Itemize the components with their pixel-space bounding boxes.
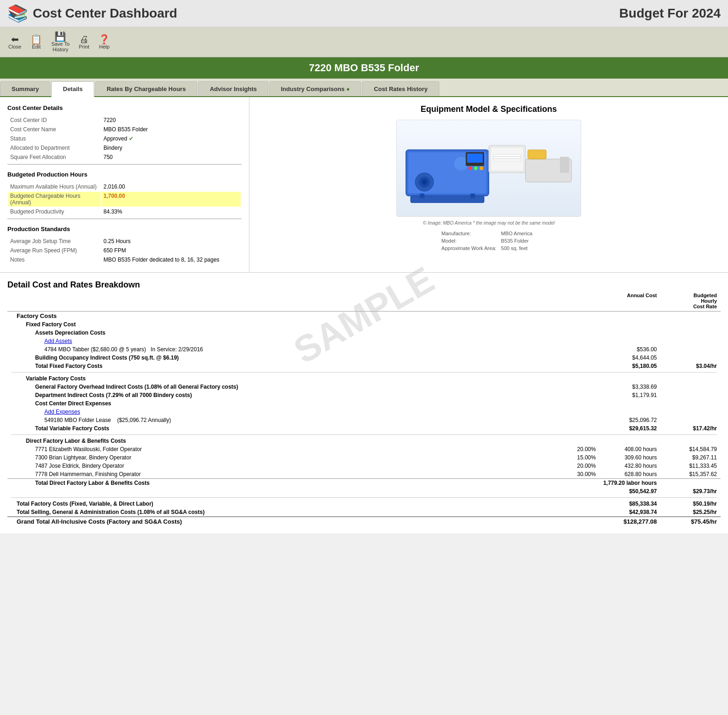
- total-fixed-hourly: $3.04/hr: [661, 362, 721, 370]
- label-cost-center-name: Cost Center Name: [8, 125, 101, 134]
- label-status: Status: [8, 134, 101, 143]
- employee-0-name: 7771 Elizabeth Wasilouski, Folder Operat…: [7, 445, 516, 453]
- value-department: Bindery: [102, 144, 241, 152]
- save-icon: 💾: [55, 32, 66, 41]
- tab-summary[interactable]: Summary: [0, 81, 50, 96]
- employee-2-hours: 432.80 hours: [600, 462, 661, 470]
- general-factory-overhead-label: General Factory Overhead Indirect Costs …: [7, 383, 516, 391]
- cost-main-title: Detail Cost and Rates Breakdown: [7, 280, 721, 290]
- total-sga-annual: $42,938.74: [600, 508, 661, 517]
- save-to-history-button[interactable]: 💾 Save ToHistory: [48, 30, 73, 54]
- total-factory-annual: $85,338.34: [600, 500, 661, 508]
- total-direct-labor-money-row: $50,542.97 $29.73/hr: [7, 487, 721, 495]
- mbo-tabber-row: 4784 MBO Tabber ($2,680.00 @ 5 years) In…: [7, 345, 721, 354]
- grand-total-spacer: [516, 517, 600, 526]
- tab-advisor[interactable]: Advisor Insights: [198, 81, 268, 96]
- value-status: Approved ✔: [102, 134, 241, 143]
- employee-row-2: 7487 Jose Eldrick, Bindery Operator 20.0…: [7, 462, 721, 470]
- total-factory-hourly: $50.19/hr: [661, 500, 721, 508]
- total-variable-spacer: [516, 424, 600, 433]
- total-variable-factory-row: Total Variable Factory Costs $29,615.32 …: [7, 424, 721, 433]
- employee-1-hours: 309.60 hours: [600, 453, 661, 462]
- value-cost-center-name: MBO B535 Folder: [102, 125, 241, 134]
- tab-history[interactable]: Cost Rates History: [362, 81, 439, 96]
- direct-labor-label: Direct Factory Labor & Benefits Costs: [7, 437, 721, 445]
- spec-value-area: 500 sq. feet: [501, 245, 536, 251]
- top-section: Cost Center Details Cost Center ID 7220 …: [0, 97, 728, 273]
- spec-row-manufacture: Manufacture: MBO America: [442, 230, 536, 237]
- employee-2-annual: $11,333.45: [661, 462, 721, 470]
- app-icon: 📚: [7, 4, 28, 23]
- budgeted-production-heading: Budgeted Production Hours: [7, 166, 242, 178]
- label-notes: Notes: [8, 256, 101, 264]
- right-panel: Equipment Model & Specifications: [249, 97, 728, 272]
- spec-label-model: Model:: [442, 238, 500, 244]
- row-max-hours: Maximum Available Hours (Annual) 2,016.0…: [8, 183, 241, 191]
- print-button[interactable]: 🖨 Print: [75, 33, 93, 51]
- employee-row-1: 7300 Brian Lightyear, Bindery Operator 1…: [7, 453, 721, 462]
- help-button[interactable]: ❓ Help: [95, 33, 114, 51]
- general-factory-spacer: [516, 383, 600, 391]
- row-budgeted-hours: Budgeted Chargeable Hours (Annual) 1,700…: [8, 192, 241, 207]
- total-variable-hourly: $17.42/hr: [661, 424, 721, 433]
- total-direct-labor-hours: 1,779.20 labor hours: [600, 479, 661, 488]
- svg-rect-18: [420, 194, 425, 198]
- spec-label-area: Approximate Work Area:: [442, 245, 500, 251]
- direct-labor-header-row: Direct Factory Labor & Benefits Costs: [7, 437, 721, 445]
- grand-total-row: Grand Total All-Inclusive Costs (Factory…: [7, 517, 721, 526]
- employee-row-0: 7771 Elizabeth Wasilouski, Folder Operat…: [7, 445, 721, 453]
- add-assets-row: Add Assets: [7, 337, 721, 345]
- spec-label-manufacture: Manufacture:: [442, 230, 500, 237]
- total-sga-label: Total Selling, General & Administration …: [7, 508, 516, 517]
- detail-row-status: Status Approved ✔: [8, 134, 241, 143]
- close-button[interactable]: ⬅ Close: [5, 33, 25, 51]
- total-fixed-annual: $5,180.05: [600, 362, 661, 370]
- employee-2-pct: 20.00%: [516, 462, 600, 470]
- tab-rates[interactable]: Rates By Chargeable Hours: [95, 81, 197, 96]
- svg-rect-19: [470, 194, 475, 198]
- row-notes: Notes MBO B535 Folder dedicated to 8, 16…: [8, 256, 241, 264]
- add-assets-link[interactable]: Add Assets: [35, 338, 72, 344]
- section-divider-1: [7, 370, 721, 374]
- fixed-factory-header-row: Fixed Factory Cost: [7, 320, 721, 329]
- svg-rect-21: [560, 157, 569, 173]
- row-productivity: Budgeted Productivity 84.33%: [8, 208, 241, 216]
- tabs-bar: Summary Details Rates By Chargeable Hour…: [0, 79, 728, 97]
- value-sqft: 750: [102, 153, 241, 161]
- employee-0-annual: $14,584.79: [661, 445, 721, 453]
- total-direct-labor-annual: $50,542.97: [600, 487, 661, 495]
- row-run-speed: Average Run Speed (FPM) 650 FPM: [8, 246, 241, 255]
- tab-details[interactable]: Details: [51, 81, 94, 97]
- spec-row-area: Approximate Work Area: 500 sq. feet: [442, 245, 536, 251]
- header-hourly: Budgeted Hourly Cost Rate: [661, 292, 721, 312]
- employee-2-name: 7487 Jose Eldrick, Bindery Operator: [7, 462, 516, 470]
- assets-depreciation-row: Assets Depreciation Costs: [7, 329, 721, 337]
- detail-row-department: Allocated to Department Bindery: [8, 144, 241, 152]
- building-occupancy-row: Building Occupancy Indirect Costs (750 s…: [7, 354, 721, 362]
- toolbar: ⬅ Close 📋 Edit 💾 Save ToHistory 🖨 Print …: [0, 27, 728, 57]
- building-occupancy-label: Building Occupancy Indirect Costs (750 s…: [7, 354, 516, 362]
- app-title: Cost Center Dashboard: [33, 6, 177, 21]
- label-department: Allocated to Department: [8, 144, 101, 152]
- add-expenses-link[interactable]: Add Expenses: [35, 409, 80, 415]
- total-direct-labor-spacer: [516, 479, 600, 488]
- department-indirect-label: Department Indirect Costs (7.29% of all …: [7, 391, 516, 399]
- fixed-factory-label: Fixed Factory Cost: [7, 320, 721, 329]
- svg-rect-13: [467, 153, 483, 163]
- mbo-folder-hourly: [661, 416, 721, 424]
- direct-expenses-label: Cost Center Direct Expenses: [7, 399, 721, 408]
- edit-button[interactable]: 📋 Edit: [27, 33, 46, 51]
- detail-row-name: Cost Center Name MBO B535 Folder: [8, 125, 241, 134]
- total-fixed-factory-label: Total Fixed Factory Costs: [7, 362, 516, 370]
- tab-industry[interactable]: Industry Comparisons: [269, 81, 361, 96]
- total-variable-annual: $29,615.32: [600, 424, 661, 433]
- mbo-tabber-hourly: [661, 345, 721, 354]
- equipment-caption: © Image: MBO America * the image may not…: [257, 220, 721, 226]
- cost-center-details-heading: Cost Center Details: [7, 104, 242, 111]
- spacer-td: [7, 487, 516, 495]
- approved-checkmark-icon: ✔: [129, 135, 133, 142]
- label-max-hours: Maximum Available Hours (Annual): [8, 183, 101, 191]
- app-header: 📚 Cost Center Dashboard Budget For 2024: [0, 0, 728, 27]
- app-title-area: 📚 Cost Center Dashboard: [7, 4, 177, 23]
- total-factory-label: Total Factory Costs (Fixed, Variable, & …: [7, 500, 516, 508]
